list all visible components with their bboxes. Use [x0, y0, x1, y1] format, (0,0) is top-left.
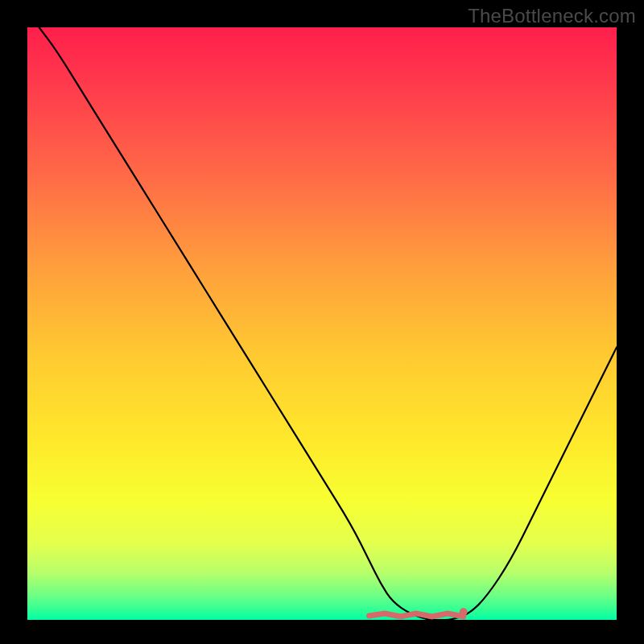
plot-area [27, 27, 617, 620]
bottleneck-curve-svg [27, 27, 617, 620]
watermark-text: TheBottleneck.com [468, 5, 636, 27]
bottleneck-curve-line [39, 27, 617, 620]
chart-frame: TheBottleneck.com [0, 0, 644, 644]
optimal-end-dot [460, 608, 468, 616]
optimal-band-marker [369, 613, 464, 617]
